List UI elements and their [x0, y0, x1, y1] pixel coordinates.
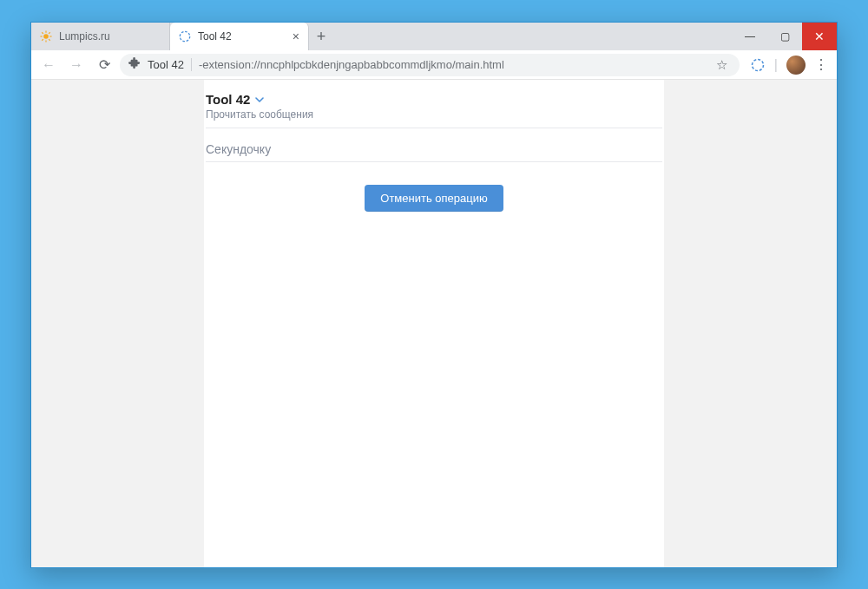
back-button[interactable]: ←	[36, 53, 61, 77]
chevron-down-icon	[255, 95, 264, 104]
browser-window: Lumpics.ru Tool 42 × + — ▢ ✕ ← → ⟳ Tool …	[30, 22, 838, 568]
svg-line-7	[42, 39, 43, 41]
plus-icon: +	[317, 28, 326, 46]
minimize-button[interactable]: —	[733, 23, 767, 50]
svg-line-5	[42, 32, 43, 34]
svg-point-0	[43, 34, 49, 39]
svg-point-10	[752, 59, 763, 70]
new-tab-button[interactable]: +	[309, 23, 333, 50]
toolbar-actions: | ⋮	[743, 56, 832, 75]
maximize-button[interactable]: ▢	[767, 23, 802, 50]
tab-title: Tool 42	[198, 30, 286, 43]
tool42-icon	[179, 30, 191, 43]
menu-button[interactable]: ⋮	[814, 56, 828, 73]
tab-strip: Lumpics.ru Tool 42 × + — ▢ ✕	[31, 23, 837, 50]
address-bar[interactable]: Tool 42 -extension://nncphlpcbkdenjngapb…	[120, 54, 740, 76]
viewport: Tool 42 Прочитать сообщения Секундочку О…	[31, 80, 837, 567]
page-title-row[interactable]: Tool 42	[206, 88, 662, 107]
page-content: Tool 42 Прочитать сообщения Секундочку О…	[204, 80, 664, 567]
forward-button[interactable]: →	[64, 53, 89, 77]
cancel-operation-button[interactable]: Отменить операцию	[365, 185, 503, 212]
tab-tool42[interactable]: Tool 42 ×	[170, 23, 309, 50]
tool42-extension-icon[interactable]	[750, 57, 766, 73]
close-icon: ✕	[814, 29, 825, 43]
close-icon[interactable]: ×	[293, 30, 299, 43]
svg-line-6	[49, 39, 50, 41]
sun-icon	[40, 30, 52, 43]
reload-icon: ⟳	[99, 56, 110, 73]
page-subtitle: Прочитать сообщения	[206, 108, 662, 121]
maximize-icon: ▢	[780, 30, 790, 43]
tab-lumpics[interactable]: Lumpics.ru	[31, 23, 170, 50]
status-text: Секундочку	[206, 142, 662, 162]
arrow-right-icon: →	[69, 57, 83, 73]
svg-point-9	[180, 31, 189, 41]
profile-avatar[interactable]	[786, 56, 806, 75]
page-title: Tool 42	[206, 92, 250, 107]
window-controls: — ▢ ✕	[733, 23, 837, 50]
arrow-left-icon: ←	[42, 57, 56, 73]
close-window-button[interactable]: ✕	[802, 23, 837, 50]
svg-line-8	[49, 32, 50, 34]
bookmark-star-icon[interactable]: ☆	[716, 57, 731, 73]
reload-button[interactable]: ⟳	[92, 53, 116, 77]
divider	[206, 128, 662, 128]
minimize-icon: —	[745, 30, 755, 43]
puzzle-icon	[128, 57, 141, 72]
tab-title: Lumpics.ru	[59, 30, 161, 43]
toolbar: ← → ⟳ Tool 42 -extension://nncphlpcbkden…	[31, 50, 837, 80]
address-extension-name: Tool 42	[148, 58, 184, 71]
address-url: -extension://nncphlpcbkdenjngapbabbcommd…	[191, 58, 504, 71]
